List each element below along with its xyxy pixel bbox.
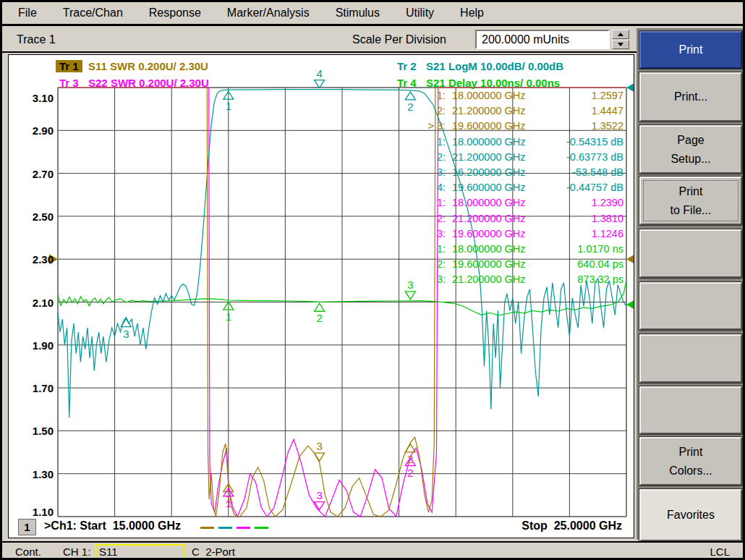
y-axis-tick-label: 1.70 [16,382,54,394]
marker-readout-row: 2:19.600000 GHz640.04 ps [399,257,623,272]
softkey-print-to-file[interactable]: Printto File... [639,177,742,225]
marker-number: 4: [399,180,446,195]
marker-value: 1.1246 [554,226,623,242]
channel-label: CH 1: [63,546,90,558]
spinner-down-button[interactable] [612,40,629,49]
scale-per-division-input[interactable] [475,30,610,49]
menu-item-file[interactable]: File [18,7,37,20]
menu-item-response[interactable]: Response [149,7,201,20]
softkey-favorites[interactable]: Favorites [639,489,742,541]
marker-value: 873.32 ps [554,272,623,287]
legend-trace-badge: Tr 2 [393,60,420,72]
marker-value: 1.3522 [554,119,623,134]
softkey-blank-5[interactable] [639,229,742,278]
softkey-label-line: Print [679,41,703,59]
menu-item-trace-chan[interactable]: Trace/Chan [63,7,123,20]
legend-tr-4[interactable]: Tr 4 S21 Delay 10.00ns/ 0.00ns [393,77,560,89]
measurement-display: 1231234123123 Tr 1 S11 SWR 0.200U/ 2.30U… [8,54,634,538]
menu-item-marker-analysis[interactable]: Marker/Analysis [227,7,310,20]
legend-tr-2[interactable]: Tr 2 S21 LogM 10.00dB/ 0.00dB [393,60,563,72]
menu-item-help[interactable]: Help [460,7,484,20]
status-bar: Cont. CH 1: S11 C 2-Port LCL [2,541,743,560]
marker-label-olive-2: 2 [407,453,413,465]
y-axis-tick-label: 1.30 [16,467,54,480]
marker-triangle-olive-3 [315,453,325,461]
marker-triangle-magenta-3 [315,502,325,510]
y-axis-tick-label: 1.90 [16,339,54,351]
measurement-field: S11 [95,544,184,559]
softkey-blank-7[interactable] [639,334,742,383]
legend-tr-1[interactable]: Tr 1 S11 SWR 0.200U/ 2.30U [56,60,208,72]
marker-number: 2: [399,257,446,272]
softkey-panel: PrintPrint...PageSetup...Printto File...… [637,28,745,540]
menu-item-utility[interactable]: Utility [406,7,434,20]
legend-trace-badge: Tr 4 [393,77,420,89]
marker-readout-row: 1:18.000000 GHz1.2597 [399,88,623,103]
trace-legend-row-2: Tr 3 S22 SWR 0.200U/ 2.30UTr 4 S21 Delay… [56,77,209,91]
marker-triangle-teal-4 [315,80,325,88]
marker-value: -0.54315 dB [554,135,623,150]
marker-number: 2: [399,150,446,165]
marker-readout-row: 1:18.000000 GHz1.0170 ns [399,242,623,257]
marker-label-magenta-3: 3 [316,489,322,501]
marker-readout-table: 1:18.000000 GHz1.25972:21.200000 GHz1.44… [399,88,623,287]
y-axis-tick-label: 3.10 [16,92,54,104]
marker-number: > 3: [399,119,446,134]
softkey-print-colors[interactable]: PrintColors... [639,437,742,485]
softkey-label-line: Page [677,131,704,150]
marker-readout-row: 2:21.200000 GHz1.4447 [399,103,623,119]
softkey-blank-8[interactable] [639,386,742,434]
marker-readout-row: 3:19.600000 GHz1.1246 [399,226,623,242]
marker-value: 1.2390 [554,195,623,211]
marker-frequency: 21.200000 GHz [446,150,554,165]
marker-readout-row: 4:19.600000 GHz-0.44757 dB [399,180,623,195]
marker-triangle-green-3 [405,292,415,300]
acquisition-status: Cont. [15,546,41,558]
trace-dash-green [255,527,268,529]
legend-trace-badge: Tr 3 [56,77,82,89]
softkey-page-setup[interactable]: PageSetup... [639,125,742,174]
marker-value: 1.0170 ns [554,242,623,257]
marker-frequency: 18.000000 GHz [446,135,554,150]
marker-label-teal-4: 4 [316,67,322,80]
marker-frequency: 19.600000 GHz [446,180,554,195]
reference-level-marker-teal [626,82,634,93]
softkey-print[interactable]: Print... [639,72,742,122]
toolbar: Trace 1 Scale Per Division [2,28,743,53]
marker-number: 1: [399,135,446,150]
marker-frequency: 19.600000 GHz [446,257,554,272]
legend-trace-params: S11 SWR 0.200U/ 2.30U [82,60,208,72]
marker-readout-row: 1:18.000000 GHz-0.54315 dB [399,135,623,150]
marker-number: 2: [399,211,446,226]
active-trace-title: Trace 1 [17,33,56,46]
channel-number-badge[interactable]: 1 [18,519,36,535]
menu-bar: FileTrace/ChanResponseMarker/AnalysisSti… [2,2,743,26]
marker-value: 640.04 ps [554,257,623,272]
marker-label-green-1: 1 [226,310,231,323]
softkey-print[interactable]: Print [639,31,742,69]
scale-per-division-label: Scale Per Division [352,33,446,46]
softkey-label-line: to File... [670,201,712,220]
marker-value: -0.44757 dB [554,180,623,195]
marker-number: 3: [399,165,446,180]
softkey-label-line: Print... [674,88,707,106]
marker-frequency: 21.200000 GHz [446,211,554,226]
legend-trace-params: S21 LogM 10.00dB/ 0.00dB [420,60,563,72]
marker-frequency: 16.200000 GHz [446,165,554,180]
softkey-label-line: Print [679,182,703,201]
reference-level-marker-green [626,300,634,310]
menu-item-stimulus[interactable]: Stimulus [336,7,380,20]
softkey-blank-6[interactable] [639,282,742,330]
legend-tr-3[interactable]: Tr 3 S22 SWR 0.200U/ 2.30U [56,77,209,89]
marker-frequency: 19.600000 GHz [446,226,554,242]
marker-frequency: 18.000000 GHz [446,88,554,103]
up-arrow-icon [618,33,623,36]
marker-value: -53.548 dB [554,165,623,180]
spinner-up-button[interactable] [612,30,629,39]
trace-dash-magenta [237,527,250,529]
marker-label-magenta-1: 1 [226,497,231,509]
scale-spinner [612,30,629,49]
marker-readout-row: 3:21.200000 GHz873.32 ps [399,272,623,287]
analyzer-window: FileTrace/ChanResponseMarker/AnalysisSti… [0,0,745,560]
marker-number: 1: [399,195,446,211]
